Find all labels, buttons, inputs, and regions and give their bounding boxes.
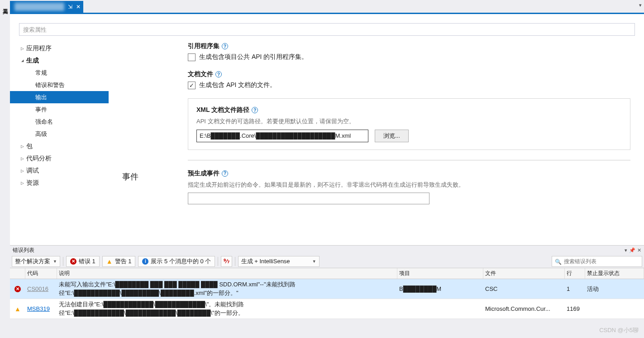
nav-item-general[interactable]: 常规 xyxy=(10,67,109,79)
active-tab[interactable]: ⇲ ✕ xyxy=(10,1,83,13)
error-proj: B████████M xyxy=(397,285,483,292)
help-icon[interactable]: ? xyxy=(215,71,222,77)
xml-path-box: XML 文档文件路径 ? API 文档文件的可选路径。若要使用默认位置，请保留为… xyxy=(188,98,630,150)
search-properties[interactable] xyxy=(19,23,635,36)
col-code[interactable]: 代码 xyxy=(25,268,57,279)
search-icon: 🔍 xyxy=(555,259,562,265)
error-search-input[interactable] xyxy=(564,258,639,265)
field-doc-file: 文档文件 ? 生成包含 API 文档的文件。 xyxy=(188,70,630,89)
chevron-down-icon: ▼ xyxy=(53,259,57,264)
main-area: ⇲ ✕ ▾ 应用程序 生成 常规 错误和警告 输出 事件 强命名 高级 包 代码… xyxy=(10,0,644,338)
error-file: CSC xyxy=(483,285,565,292)
nav-item-errors-warnings[interactable]: 错误和警告 xyxy=(10,79,109,91)
error-suppress: 活动 xyxy=(585,285,644,293)
error-icon: ✕ xyxy=(70,258,76,265)
nav-item-build[interactable]: 生成 xyxy=(10,54,109,67)
code-filter-icon: ⁹⁄₇ xyxy=(224,258,229,265)
error-file: Microsoft.Common.Cur... xyxy=(483,305,565,312)
error-desc: 无法创建目录"E:\████████████\████████████\"。未能… xyxy=(57,300,397,317)
error-list-title: 错误列表 xyxy=(13,246,34,254)
col-desc[interactable]: 说明 xyxy=(57,268,397,279)
close-icon[interactable]: ✕ xyxy=(637,247,641,253)
field-ref-assembly: 引用程序集 ? 生成包含项目公共 API 的引用程序集。 xyxy=(188,42,630,61)
nav-item-debug[interactable]: 调试 xyxy=(10,164,109,177)
field-prebuild: 预生成事件 ? 指定生成开始前运行的命令。如果项目是最新的，则不运行。非零退出代… xyxy=(188,169,630,205)
hint-prebuild: 指定生成开始前运行的命令。如果项目是最新的，则不运行。非零退出代码将在生成运行前… xyxy=(188,180,630,189)
toolbar-divider xyxy=(218,257,218,266)
section-divider xyxy=(188,160,630,160)
scope-dropdown[interactable]: 整个解决方案 ▼ xyxy=(12,256,60,267)
content-pane: 引用程序集 ? 生成包含项目公共 API 的引用程序集。 文档文件 xyxy=(109,42,644,245)
warning-icon: ▲ xyxy=(106,258,113,265)
table-row[interactable]: ▲ MSB319 无法创建目录"E:\████████████\████████… xyxy=(10,299,644,319)
xml-path-value: E:\B███████.Core\███████████████████M.xm… xyxy=(200,132,351,139)
scope-label: 整个解决方案 xyxy=(15,257,50,266)
checkbox-ref-assembly[interactable] xyxy=(188,53,196,61)
drag-grip[interactable] xyxy=(37,249,622,251)
pin-icon[interactable]: ⇲ xyxy=(68,4,72,10)
error-list-header[interactable]: 错误列表 ▾ 📌 ✕ xyxy=(10,246,644,255)
error-grid-header: 代码 说明 项目 文件 行 禁止显示状态 xyxy=(10,268,644,279)
nav-item-events[interactable]: 事件 xyxy=(10,103,109,116)
close-icon[interactable]: ✕ xyxy=(76,4,81,10)
search-input[interactable] xyxy=(23,26,631,33)
hint-xml-path: API 文档文件的可选路径。若要使用默认位置，请保留为空。 xyxy=(196,117,622,126)
label-ref-assembly: 引用程序集 xyxy=(188,42,219,50)
table-row[interactable]: ✕ CS0016 未能写入输出文件"E:\████████ ███ ███ ██… xyxy=(10,279,644,299)
nav-item-app[interactable]: 应用程序 xyxy=(10,42,109,54)
checkbox-doc-file[interactable] xyxy=(188,82,196,89)
content-wrap: 应用程序 生成 常规 错误和警告 输出 事件 强命名 高级 包 代码分析 调试 … xyxy=(10,14,644,245)
error-list-toolbar: 整个解决方案 ▼ ✕ 错误 1 ▲ 警告 1 i 展示 5 个消息中的 0 个 … xyxy=(10,255,644,268)
warnings-count: 警告 1 xyxy=(115,257,132,266)
error-line: 1 xyxy=(565,285,585,292)
errors-count: 错误 1 xyxy=(79,257,95,266)
help-icon[interactable]: ? xyxy=(252,107,258,113)
help-icon[interactable]: ? xyxy=(222,43,228,49)
prebuild-input[interactable] xyxy=(188,193,429,204)
toolbar-divider xyxy=(235,257,235,266)
col-icon[interactable] xyxy=(10,268,25,279)
chk-label-ref-assembly: 生成包含项目公共 API 的引用程序集。 xyxy=(199,53,308,61)
error-icon: ✕ xyxy=(14,286,21,292)
info-icon: i xyxy=(142,258,148,265)
xml-path-input[interactable]: E:\B███████.Core\███████████████████M.xm… xyxy=(196,130,368,142)
tab-bar: ⇲ ✕ ▾ xyxy=(10,0,644,13)
chevron-down-icon: ▼ xyxy=(312,259,316,264)
label-doc-file: 文档文件 xyxy=(188,70,213,78)
error-code-link[interactable]: CS0016 xyxy=(27,285,48,292)
info-filter[interactable]: i 展示 5 个消息中的 0 个 xyxy=(138,256,215,267)
nav-item-output[interactable]: 输出 xyxy=(10,91,109,103)
code-filter-button[interactable]: ⁹⁄₇ xyxy=(221,256,232,267)
error-list-panel: 错误列表 ▾ 📌 ✕ 整个解决方案 ▼ ✕ 错误 1 ▲ 警告 1 xyxy=(10,245,644,338)
source-dropdown[interactable]: 生成 + IntelliSense ▼ xyxy=(238,256,320,267)
col-suppress[interactable]: 禁止显示状态 xyxy=(585,268,644,279)
nav-item-package[interactable]: 包 xyxy=(10,140,109,152)
source-label: 生成 + IntelliSense xyxy=(241,257,290,266)
label-xml-path: XML 文档文件路径 xyxy=(196,106,249,114)
nav-item-code-analysis[interactable]: 代码分析 xyxy=(10,152,109,164)
chk-label-doc-file: 生成包含 API 文档的文件。 xyxy=(199,81,276,89)
error-code-link[interactable]: MSB319 xyxy=(27,305,50,312)
error-search[interactable]: 🔍 xyxy=(552,256,642,267)
pin-icon[interactable]: 📌 xyxy=(629,247,635,253)
label-prebuild: 预生成事件 xyxy=(188,169,219,178)
nav-item-advanced[interactable]: 高级 xyxy=(10,128,109,140)
browse-button[interactable]: 浏览... xyxy=(375,130,409,142)
warning-icon: ▲ xyxy=(14,305,21,313)
nav-item-strongname[interactable]: 强命名 xyxy=(10,116,109,128)
errors-filter[interactable]: ✕ 错误 1 xyxy=(66,256,100,267)
section-heading-events: 事件 xyxy=(122,169,188,214)
toolbar-divider xyxy=(63,257,63,266)
warnings-filter[interactable]: ▲ 警告 1 xyxy=(102,256,136,267)
nav-item-resources[interactable]: 资源 xyxy=(10,177,109,189)
col-file[interactable]: 文件 xyxy=(483,268,565,279)
error-desc: 未能写入输出文件"E:\████████ ███ ███ █████ ████ … xyxy=(57,280,397,297)
window-dropdown-icon[interactable]: ▾ xyxy=(639,2,642,8)
help-icon[interactable]: ? xyxy=(222,170,228,177)
dropdown-icon[interactable]: ▾ xyxy=(625,247,627,253)
col-proj[interactable]: 项目 xyxy=(397,268,483,279)
nav-tree: 应用程序 生成 常规 错误和警告 输出 事件 强命名 高级 包 代码分析 调试 … xyxy=(10,42,109,245)
col-line[interactable]: 行 xyxy=(565,268,585,279)
info-count: 展示 5 个消息中的 0 个 xyxy=(151,257,211,266)
error-line: 1169 xyxy=(565,305,585,312)
